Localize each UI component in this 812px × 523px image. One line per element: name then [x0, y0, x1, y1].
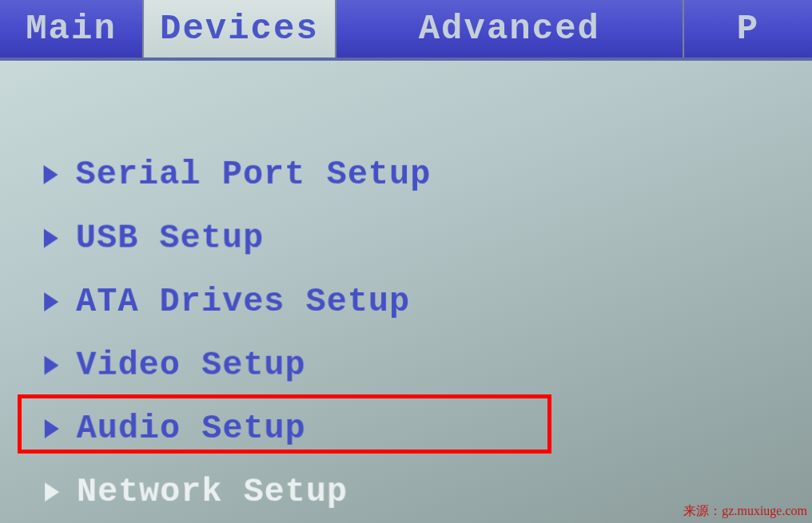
- menu-item-label: USB Setup: [76, 220, 265, 258]
- bios-menu-content: Serial Port Setup USB Setup ATA Drives S…: [0, 61, 812, 523]
- tab-partial[interactable]: P: [684, 0, 812, 57]
- submenu-arrow-icon: [44, 165, 58, 184]
- tab-advanced[interactable]: Advanced: [336, 0, 684, 57]
- menu-item-label: Video Setup: [76, 347, 305, 385]
- submenu-arrow-icon: [44, 292, 58, 311]
- menu-item-usb-setup[interactable]: USB Setup: [25, 216, 787, 261]
- tab-main[interactable]: Main: [0, 0, 144, 57]
- submenu-arrow-icon: [44, 229, 58, 248]
- tab-devices[interactable]: Devices: [144, 0, 336, 57]
- tab-bar: Main Devices Advanced P: [0, 0, 812, 57]
- menu-item-label: Network Setup: [77, 473, 348, 511]
- submenu-arrow-icon: [45, 419, 59, 438]
- menu-item-ata-drives-setup[interactable]: ATA Drives Setup: [25, 279, 787, 324]
- menu-item-serial-port-setup[interactable]: Serial Port Setup: [24, 153, 787, 197]
- menu-item-label: ATA Drives Setup: [76, 283, 410, 321]
- menu-item-audio-setup[interactable]: Audio Setup: [26, 406, 786, 451]
- menu-item-label: Audio Setup: [77, 410, 306, 448]
- menu-item-network-setup[interactable]: Network Setup: [26, 470, 786, 514]
- menu-item-video-setup[interactable]: Video Setup: [25, 343, 786, 388]
- submenu-arrow-icon: [44, 356, 58, 375]
- menu-item-label: Serial Port Setup: [75, 156, 431, 194]
- submenu-arrow-icon: [45, 482, 59, 501]
- watermark-text: 来源：gz.muxiuge.com: [683, 503, 807, 520]
